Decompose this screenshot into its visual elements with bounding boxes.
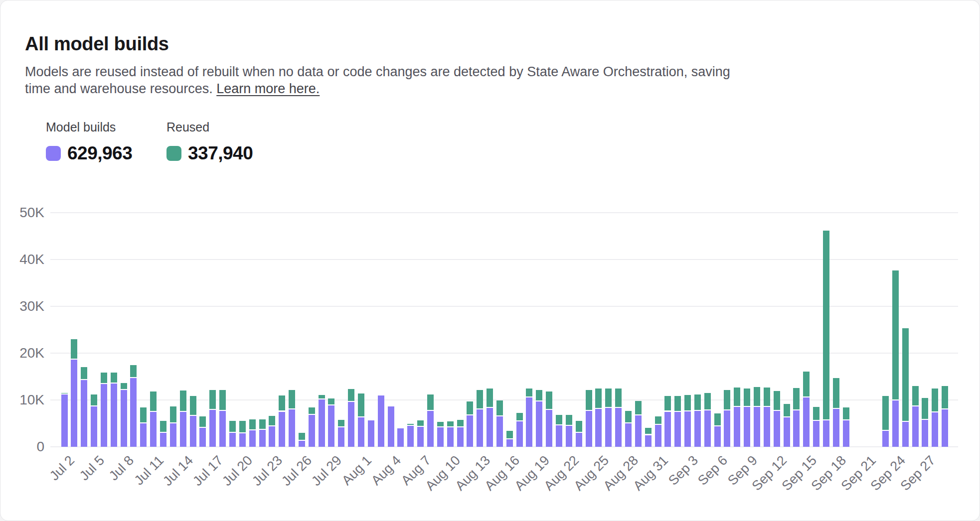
bar-reused-segment[interactable] [586, 390, 592, 410]
bar-model-builds-segment[interactable] [160, 433, 166, 447]
bar-reused-segment[interactable] [843, 407, 849, 420]
bar-model-builds-segment[interactable] [209, 410, 216, 447]
bar-reused-segment[interactable] [932, 389, 938, 413]
bar-reused-segment[interactable] [457, 420, 464, 427]
bar-reused-segment[interactable] [140, 407, 147, 423]
bar-reused-segment[interactable] [635, 401, 642, 415]
bar-reused-segment[interactable] [833, 378, 839, 409]
bar-reused-segment[interactable] [823, 231, 829, 421]
bar-model-builds-segment[interactable] [61, 394, 68, 447]
bar-model-builds-segment[interactable] [536, 401, 542, 447]
bar-reused-segment[interactable] [605, 389, 612, 408]
bar-reused-segment[interactable] [101, 373, 107, 385]
bar-model-builds-segment[interactable] [299, 441, 305, 447]
bar-reused-segment[interactable] [655, 416, 661, 425]
bar-reused-segment[interactable] [684, 395, 691, 411]
bar-model-builds-segment[interactable] [764, 407, 770, 447]
bar-reused-segment[interactable] [942, 386, 948, 409]
bar-reused-segment[interactable] [882, 396, 889, 431]
bar-reused-segment[interactable] [546, 391, 552, 410]
bar-model-builds-segment[interactable] [833, 409, 839, 447]
bar-reused-segment[interactable] [724, 390, 730, 410]
bar-model-builds-segment[interactable] [338, 427, 344, 447]
bar-model-builds-segment[interactable] [467, 415, 473, 447]
bar-model-builds-segment[interactable] [289, 409, 295, 447]
bar-model-builds-segment[interactable] [71, 360, 77, 447]
bar-reused-segment[interactable] [160, 421, 166, 433]
bar-reused-segment[interactable] [912, 386, 919, 406]
bar-model-builds-segment[interactable] [150, 412, 157, 447]
bar-model-builds-segment[interactable] [823, 420, 829, 447]
bar-model-builds-segment[interactable] [348, 402, 354, 447]
bar-model-builds-segment[interactable] [457, 427, 464, 447]
bar-model-builds-segment[interactable] [902, 422, 909, 447]
bar-model-builds-segment[interactable] [605, 408, 612, 447]
bar-model-builds-segment[interactable] [635, 415, 642, 447]
bar-reused-segment[interactable] [694, 394, 701, 411]
bar-model-builds-segment[interactable] [506, 439, 513, 447]
bar-reused-segment[interactable] [61, 393, 68, 394]
bar-model-builds-segment[interactable] [625, 423, 632, 447]
bar-model-builds-segment[interactable] [655, 425, 661, 447]
bar-model-builds-segment[interactable] [724, 410, 730, 447]
bar-reused-segment[interactable] [358, 393, 364, 417]
bar-model-builds-segment[interactable] [754, 407, 760, 447]
bar-model-builds-segment[interactable] [328, 405, 334, 447]
bar-model-builds-segment[interactable] [477, 409, 483, 447]
bar-reused-segment[interactable] [269, 416, 275, 426]
bar-reused-segment[interactable] [734, 388, 740, 407]
bar-reused-segment[interactable] [477, 390, 483, 409]
bar-reused-segment[interactable] [566, 415, 572, 426]
bar-model-builds-segment[interactable] [892, 400, 899, 447]
bar-model-builds-segment[interactable] [319, 399, 325, 447]
bar-reused-segment[interactable] [407, 424, 414, 426]
bar-reused-segment[interactable] [417, 420, 424, 426]
bar-reused-segment[interactable] [526, 389, 532, 397]
bar-model-builds-segment[interactable] [882, 431, 889, 447]
bar-reused-segment[interactable] [447, 421, 454, 427]
bar-model-builds-segment[interactable] [279, 412, 285, 447]
bar-model-builds-segment[interactable] [586, 411, 592, 447]
bar-reused-segment[interactable] [902, 328, 909, 422]
bar-model-builds-segment[interactable] [239, 433, 246, 447]
bar-model-builds-segment[interactable] [496, 416, 503, 447]
bar-model-builds-segment[interactable] [229, 433, 236, 447]
bar-reused-segment[interactable] [219, 390, 226, 410]
bar-reused-segment[interactable] [487, 389, 493, 408]
bar-reused-segment[interactable] [793, 388, 800, 410]
bar-model-builds-segment[interactable] [684, 411, 691, 447]
bar-reused-segment[interactable] [803, 372, 810, 398]
bar-model-builds-segment[interactable] [595, 409, 602, 447]
bar-reused-segment[interactable] [516, 413, 523, 421]
bar-model-builds-segment[interactable] [664, 412, 671, 447]
bar-model-builds-segment[interactable] [111, 384, 117, 447]
bar-reused-segment[interactable] [338, 420, 344, 427]
bar-reused-segment[interactable] [556, 415, 562, 425]
bar-reused-segment[interactable] [309, 407, 315, 415]
bar-model-builds-segment[interactable] [922, 420, 928, 447]
bar-model-builds-segment[interactable] [516, 421, 523, 447]
bar-model-builds-segment[interactable] [784, 417, 790, 447]
bar-model-builds-segment[interactable] [744, 407, 750, 447]
bar-model-builds-segment[interactable] [199, 428, 206, 447]
bar-model-builds-segment[interactable] [309, 415, 315, 447]
bar-model-builds-segment[interactable] [249, 430, 256, 447]
bar-reused-segment[interactable] [536, 390, 542, 401]
bar-model-builds-segment[interactable] [378, 395, 384, 447]
bar-reused-segment[interactable] [813, 407, 819, 421]
bar-reused-segment[interactable] [81, 367, 87, 380]
bar-model-builds-segment[interactable] [368, 420, 374, 447]
bar-reused-segment[interactable] [91, 394, 97, 406]
bar-reused-segment[interactable] [506, 431, 513, 439]
bar-model-builds-segment[interactable] [190, 416, 196, 447]
bar-reused-segment[interactable] [427, 394, 434, 411]
bar-reused-segment[interactable] [249, 419, 256, 430]
bar-model-builds-segment[interactable] [734, 407, 740, 447]
bar-model-builds-segment[interactable] [427, 411, 434, 447]
bar-reused-segment[interactable] [209, 390, 216, 409]
bar-reused-segment[interactable] [180, 391, 186, 412]
bar-model-builds-segment[interactable] [912, 406, 919, 447]
bar-reused-segment[interactable] [496, 400, 503, 416]
bar-reused-segment[interactable] [121, 383, 127, 390]
bar-reused-segment[interactable] [229, 421, 236, 433]
